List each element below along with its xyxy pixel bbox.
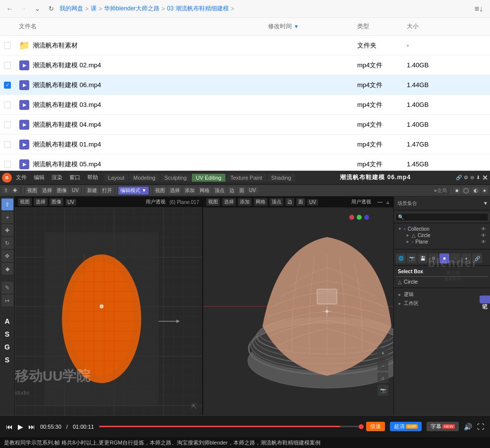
viewport-shading-4[interactable]: ● — [481, 187, 488, 194]
menu-file[interactable]: 文件 — [13, 173, 30, 182]
tree-item-collection[interactable]: ▼ ▪ Collection 👁 — [396, 225, 488, 232]
volume-button[interactable]: 🔊 — [464, 423, 472, 431]
prop-view-icon[interactable]: ⚙ — [429, 253, 438, 263]
topbar-icon-1[interactable]: 🔗 — [456, 175, 462, 180]
note-button[interactable]: 笔记 — [480, 296, 490, 303]
breadcrumb-level3[interactable]: 03 潮流帆布鞋精细建模 — [167, 4, 229, 13]
logic-section[interactable]: ► 逻辑 — [396, 290, 488, 299]
table-row[interactable]: ▶ 潮流帆布鞋建模 01.mp4 mp4文件 1.47GB — [0, 135, 490, 154]
row-checkbox[interactable] — [4, 101, 11, 108]
tab-texture-paint[interactable]: Texture Paint — [226, 174, 266, 182]
topbar-icon-3[interactable]: ⊖ — [470, 175, 474, 180]
3d-view-btn[interactable]: 视图 — [206, 198, 220, 206]
prop-scene-icon[interactable]: 🌐 — [396, 253, 406, 263]
tool-move2[interactable]: ✚ — [1, 224, 13, 236]
zoom-out-btn[interactable]: - — [378, 360, 388, 371]
viewport-shading-2[interactable]: ◯ — [461, 187, 471, 194]
uv-editor-viewport[interactable]: 视图 选择 图像 UV 用户透视 (6) Plane.017 — [15, 197, 203, 415]
breadcrumb-home[interactable]: 我的网盘 — [59, 4, 83, 13]
tab-sculpting[interactable]: Sculpting — [161, 174, 191, 182]
3d-edge-btn[interactable]: 边 — [285, 198, 294, 206]
prop-constraints-icon[interactable]: 🔗 — [472, 253, 482, 263]
topbar-icon-2[interactable]: ⚙ — [464, 175, 468, 180]
menu-render[interactable]: 渲染 — [49, 173, 65, 182]
menu-help[interactable]: 帮助 — [84, 173, 101, 182]
progress-bar[interactable] — [99, 426, 361, 427]
3d-select-btn[interactable]: 选择 — [222, 198, 236, 206]
subtitle-button[interactable]: 字幕 NEW — [427, 422, 459, 431]
row-checkbox[interactable] — [4, 42, 11, 49]
forward-button[interactable]: → — [18, 3, 29, 14]
workspace-section[interactable]: ► 工作区 — [396, 299, 488, 308]
prop-particles-icon[interactable]: ⋅ — [450, 253, 460, 263]
uv-view-btn[interactable]: 视图 — [18, 198, 32, 206]
tool-transform[interactable]: ◆ — [1, 263, 13, 275]
tool-btn-mesh[interactable]: 网格 — [198, 187, 212, 195]
viewport-shading-3[interactable]: ◐ — [472, 187, 480, 194]
prop-output-icon[interactable]: 💾 — [418, 253, 428, 263]
back-button[interactable]: ← — [4, 3, 15, 14]
tool-btn-vertex[interactable]: 顶点 — [213, 187, 226, 195]
tool-cursor2[interactable]: ⌖ — [1, 211, 13, 223]
3d-face-btn[interactable]: 面 — [296, 198, 305, 206]
uv-image-btn[interactable]: 图像 — [50, 198, 63, 206]
table-row[interactable]: ▶ 潮流帆布鞋建模 04.mp4 mp4文件 1.40GB — [0, 115, 490, 135]
uv-select-btn[interactable]: 选择 — [34, 198, 48, 206]
prev-button[interactable]: ⏮ — [6, 423, 13, 431]
tab-layout[interactable]: Layout — [104, 174, 128, 182]
prop-physics-icon[interactable]: ♦ — [461, 253, 471, 263]
zoom-in-btn[interactable]: + — [378, 348, 388, 358]
visibility-icon[interactable]: 👁 — [481, 233, 486, 238]
tool-btn-uv2[interactable]: UV — [247, 187, 258, 194]
3d-mesh-btn[interactable]: 网格 — [254, 198, 268, 206]
table-row[interactable]: ✓ ▶ 潮流帆布鞋建模 06.mp4 mp4文件 1.44GB — [0, 75, 490, 95]
viewport-shading-1[interactable]: ■ — [453, 187, 460, 194]
tool-annotate[interactable]: ✎ — [1, 282, 13, 294]
tool-btn-add[interactable]: 新建 — [85, 187, 99, 195]
overlay-icon[interactable]: ⸻ — [376, 199, 383, 205]
tool-cursor[interactable]: ⇧ — [2, 187, 10, 194]
breadcrumb-level1[interactable]: 课 — [91, 4, 97, 13]
camera-btn[interactable]: 📷 — [378, 385, 388, 396]
col-modified-header[interactable]: 修改时间 ▼ — [268, 22, 357, 31]
close-icon[interactable]: ✕ — [482, 174, 488, 182]
gizmo-icon[interactable]: ▵ — [385, 199, 390, 205]
speed-button[interactable]: 倍速 — [366, 422, 385, 431]
tool-rotate[interactable]: ↻ — [1, 237, 13, 249]
menu-window[interactable]: 窗口 — [66, 173, 83, 182]
prop-render-icon[interactable]: 📷 — [407, 253, 417, 263]
filter-icon[interactable]: ▼ — [483, 200, 488, 206]
tool-btn-open[interactable]: 打开 — [100, 187, 114, 195]
visibility-icon[interactable]: 👁 — [481, 226, 486, 232]
row-checkbox[interactable] — [4, 121, 11, 128]
play-button[interactable]: ▶ — [18, 423, 23, 431]
dropdown-button[interactable]: ⌄ — [32, 3, 43, 14]
topbar-icon-4[interactable]: ⬇ — [476, 175, 480, 180]
prop-active-icon[interactable]: ■ — [439, 253, 449, 263]
breadcrumb-level2[interactable]: 华帅blender大师之路 — [104, 4, 160, 13]
tool-select[interactable]: ⇧ — [1, 199, 13, 210]
row-checkbox[interactable] — [4, 161, 11, 168]
tool-btn-edge[interactable]: 边 — [227, 187, 236, 195]
table-row[interactable]: ▶ 潮流帆布鞋建模 03.mp4 mp4文件 1.40GB — [0, 95, 490, 115]
nav-menu-icon[interactable]: ≡↓ — [472, 3, 486, 14]
visibility-icon[interactable]: 👁 — [481, 239, 486, 245]
tool-scale[interactable]: ✥ — [1, 250, 13, 262]
tree-item-circle[interactable]: ► △ Circle 👁 — [396, 232, 488, 239]
uv-uv-btn[interactable]: UV — [65, 199, 76, 205]
tool-btn-face[interactable]: 面 — [237, 187, 246, 195]
row-checkbox[interactable]: ✓ — [4, 82, 11, 89]
tool-btn-uv[interactable]: UV — [70, 187, 81, 194]
tool-btn-image[interactable]: 图像 — [55, 187, 69, 195]
tool-btn-add2[interactable]: 添加 — [183, 187, 197, 195]
tool-btn-select2[interactable]: 选择 — [168, 187, 182, 195]
view-all-btn[interactable]: ⌂ — [378, 372, 388, 383]
menu-edit[interactable]: 编辑 — [31, 173, 48, 182]
row-checkbox[interactable] — [4, 62, 11, 69]
resize-handle[interactable]: ⇱ — [191, 402, 197, 410]
fullscreen-button[interactable]: ⛶ — [477, 423, 484, 431]
3d-viewport[interactable]: 视图 选择 添加 网格 顶点 边 面 UV 用户透视 ⸻ ▵ — [203, 197, 393, 415]
circle-item-row[interactable]: △ Circle — [396, 278, 488, 286]
edit-mode-dropdown[interactable]: 编辑模式 ▼ — [118, 187, 149, 195]
3d-uv-btn[interactable]: UV — [307, 199, 318, 205]
